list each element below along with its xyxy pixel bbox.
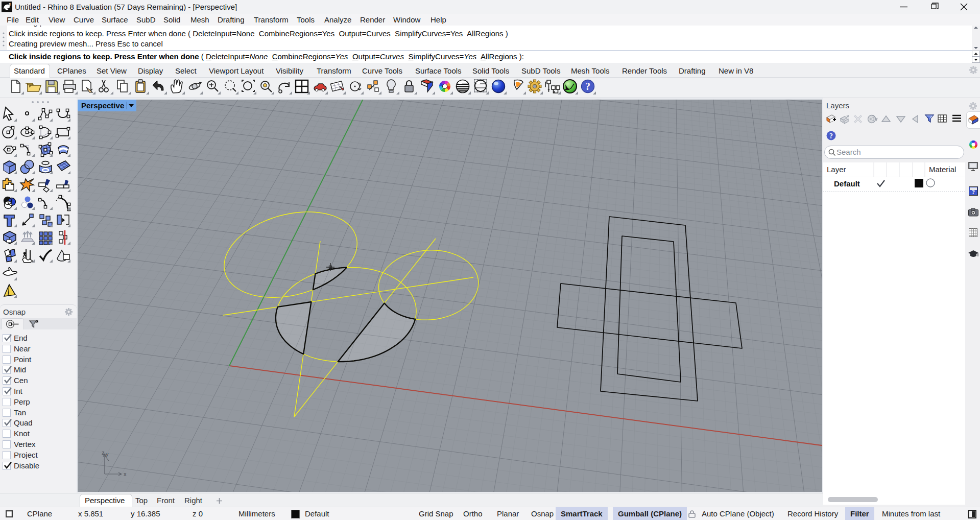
svg-text:?: ? xyxy=(585,81,590,92)
svg-text:z: z xyxy=(102,450,105,456)
svg-text:y: y xyxy=(106,451,109,457)
svg-text:8: 8 xyxy=(9,3,11,6)
svg-text:?: ? xyxy=(972,188,975,196)
svg-text:?: ? xyxy=(829,132,833,140)
svg-text:x: x xyxy=(124,471,127,477)
